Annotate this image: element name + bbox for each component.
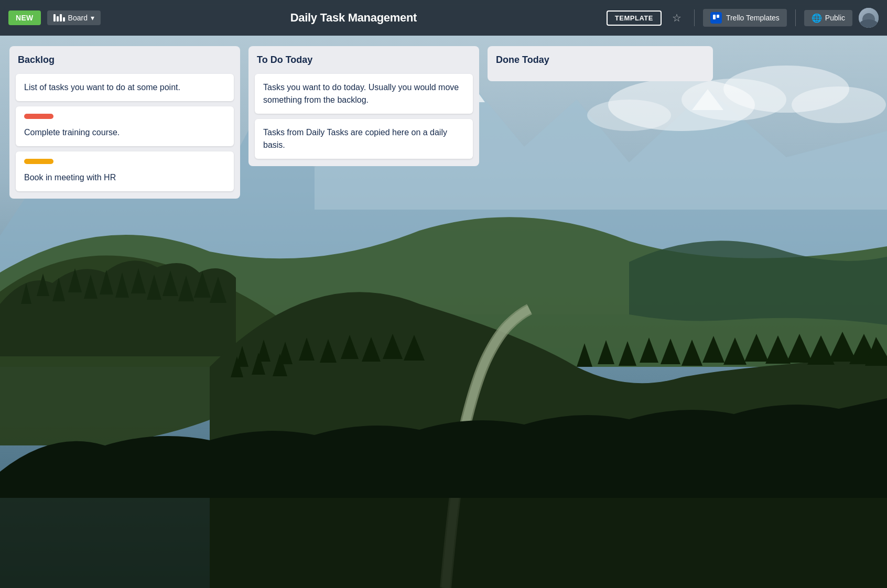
avatar-image [859,8,879,28]
trello-templates-button[interactable]: Trello Templates [703,9,787,27]
board-button[interactable]: Board ▾ [47,10,101,25]
svg-rect-8 [717,15,719,18]
board-icon [53,14,65,21]
chevron-icon: ▾ [91,14,94,22]
card-text: Tasks you want to do today. Usually you … [263,81,464,106]
svg-rect-7 [713,15,716,19]
card-todo-daily[interactable]: Tasks from Daily Tasks are copied here o… [255,119,473,159]
trello-templates-label: Trello Templates [726,14,780,22]
column-backlog: Backlog List of tasks you want to do at … [9,46,240,199]
column-todo-title: To Do Today [255,53,473,67]
avatar[interactable] [859,8,879,28]
card-label-red [24,114,53,119]
nav-divider-2 [795,9,796,26]
globe-icon: 🌐 [812,13,822,23]
template-button[interactable]: TEMPLATE [607,10,662,26]
navbar: NEW Board ▾ Daily Task Management TEMPLA… [0,0,887,36]
card-todo-intro[interactable]: Tasks you want to do today. Usually you … [255,74,473,114]
new-button[interactable]: NEW [8,10,41,25]
public-label: Public [825,14,845,22]
nav-divider [694,9,695,26]
card-backlog-intro[interactable]: List of tasks you want to do at some poi… [16,74,234,101]
board-label: Board [68,14,88,22]
public-button[interactable]: 🌐 Public [804,10,852,26]
card-text: Complete training course. [24,126,225,139]
star-button[interactable]: ☆ [668,9,686,26]
board-area: Backlog List of tasks you want to do at … [0,36,887,209]
card-text: List of tasks you want to do at some poi… [24,81,225,94]
card-label-orange [24,159,53,164]
column-todo-today: To Do Today Tasks you want to do today. … [248,46,479,166]
card-training[interactable]: Complete training course. [16,106,234,146]
column-done-today: Done Today [488,46,713,81]
card-meeting[interactable]: Book in meeting with HR [16,151,234,191]
card-text: Book in meeting with HR [24,171,225,184]
card-text: Tasks from Daily Tasks are copied here o… [263,126,464,151]
column-done-title: Done Today [494,53,707,67]
trello-logo-icon [710,12,722,24]
column-backlog-title: Backlog [16,53,234,67]
page-title: Daily Task Management [107,11,600,25]
